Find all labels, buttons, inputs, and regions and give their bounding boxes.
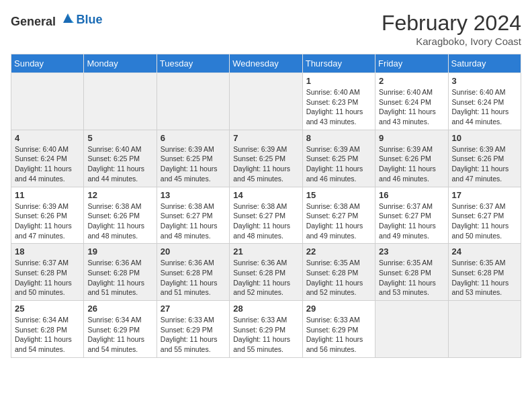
day-info: Sunrise: 6:36 AM Sunset: 6:28 PM Dayligh… (87, 258, 152, 298)
logo-icon (60, 11, 75, 26)
day-info: Sunrise: 6:40 AM Sunset: 6:25 PM Dayligh… (87, 144, 152, 184)
calendar-header-thursday: Thursday (302, 54, 375, 73)
day-number: 6 (161, 133, 226, 143)
calendar-week-row: 18Sunrise: 6:37 AM Sunset: 6:28 PM Dayli… (11, 244, 521, 301)
day-number: 27 (161, 304, 226, 314)
calendar-cell: 17Sunrise: 6:37 AM Sunset: 6:27 PM Dayli… (448, 187, 521, 244)
day-number: 13 (161, 190, 226, 200)
header: General Blue February 2024 Karagboko, Iv… (11, 11, 521, 47)
calendar-week-row: 11Sunrise: 6:39 AM Sunset: 6:26 PM Dayli… (11, 187, 521, 244)
day-info: Sunrise: 6:34 AM Sunset: 6:29 PM Dayligh… (87, 315, 152, 355)
calendar-header-saturday: Saturday (448, 54, 521, 73)
day-info: Sunrise: 6:36 AM Sunset: 6:28 PM Dayligh… (161, 258, 226, 298)
day-info: Sunrise: 6:40 AM Sunset: 6:23 PM Dayligh… (306, 87, 371, 127)
calendar-cell: 27Sunrise: 6:33 AM Sunset: 6:29 PM Dayli… (157, 301, 229, 358)
calendar-cell: 9Sunrise: 6:39 AM Sunset: 6:26 PM Daylig… (375, 130, 448, 187)
day-info: Sunrise: 6:38 AM Sunset: 6:27 PM Dayligh… (306, 201, 371, 241)
calendar-cell: 24Sunrise: 6:35 AM Sunset: 6:28 PM Dayli… (448, 244, 521, 301)
calendar-cell: 28Sunrise: 6:33 AM Sunset: 6:29 PM Dayli… (230, 301, 302, 358)
day-number: 1 (306, 76, 371, 86)
calendar-cell: 12Sunrise: 6:38 AM Sunset: 6:26 PM Dayli… (84, 187, 157, 244)
calendar-cell: 6Sunrise: 6:39 AM Sunset: 6:25 PM Daylig… (157, 130, 229, 187)
calendar-cell (11, 73, 84, 130)
day-number: 11 (15, 190, 80, 200)
day-number: 28 (233, 304, 298, 314)
day-number: 3 (452, 76, 517, 86)
calendar-cell: 1Sunrise: 6:40 AM Sunset: 6:23 PM Daylig… (302, 73, 375, 130)
calendar-cell (84, 73, 157, 130)
calendar-cell: 29Sunrise: 6:33 AM Sunset: 6:29 PM Dayli… (302, 301, 375, 358)
calendar-cell: 16Sunrise: 6:37 AM Sunset: 6:27 PM Dayli… (375, 187, 448, 244)
day-number: 21 (233, 246, 298, 257)
day-info: Sunrise: 6:33 AM Sunset: 6:29 PM Dayligh… (306, 315, 371, 355)
day-info: Sunrise: 6:40 AM Sunset: 6:24 PM Dayligh… (15, 144, 80, 184)
day-info: Sunrise: 6:35 AM Sunset: 6:28 PM Dayligh… (452, 258, 517, 298)
day-number: 26 (87, 304, 152, 314)
day-number: 4 (15, 133, 80, 143)
calendar-cell: 5Sunrise: 6:40 AM Sunset: 6:25 PM Daylig… (84, 130, 157, 187)
calendar-cell: 7Sunrise: 6:39 AM Sunset: 6:25 PM Daylig… (230, 130, 302, 187)
logo: General Blue (11, 11, 103, 29)
calendar-header-wednesday: Wednesday (230, 54, 302, 73)
calendar-cell: 22Sunrise: 6:35 AM Sunset: 6:28 PM Dayli… (302, 244, 375, 301)
calendar-cell: 3Sunrise: 6:40 AM Sunset: 6:24 PM Daylig… (448, 73, 521, 130)
calendar-cell: 15Sunrise: 6:38 AM Sunset: 6:27 PM Dayli… (302, 187, 375, 244)
calendar-cell: 20Sunrise: 6:36 AM Sunset: 6:28 PM Dayli… (157, 244, 229, 301)
calendar-cell: 26Sunrise: 6:34 AM Sunset: 6:29 PM Dayli… (84, 301, 157, 358)
day-number: 17 (452, 190, 517, 200)
day-info: Sunrise: 6:39 AM Sunset: 6:25 PM Dayligh… (306, 144, 371, 184)
day-info: Sunrise: 6:35 AM Sunset: 6:28 PM Dayligh… (306, 258, 371, 298)
day-info: Sunrise: 6:40 AM Sunset: 6:24 PM Dayligh… (379, 87, 444, 127)
calendar-cell: 23Sunrise: 6:35 AM Sunset: 6:28 PM Dayli… (375, 244, 448, 301)
calendar-week-row: 4Sunrise: 6:40 AM Sunset: 6:24 PM Daylig… (11, 130, 521, 187)
calendar-cell: 10Sunrise: 6:39 AM Sunset: 6:26 PM Dayli… (448, 130, 521, 187)
day-number: 2 (379, 76, 444, 86)
calendar-cell: 2Sunrise: 6:40 AM Sunset: 6:24 PM Daylig… (375, 73, 448, 130)
calendar-table: SundayMondayTuesdayWednesdayThursdayFrid… (11, 54, 521, 358)
day-info: Sunrise: 6:40 AM Sunset: 6:24 PM Dayligh… (452, 87, 517, 127)
title-area: February 2024 Karagboko, Ivory Coast (382, 11, 521, 47)
calendar-cell: 25Sunrise: 6:34 AM Sunset: 6:28 PM Dayli… (11, 301, 84, 358)
day-number: 24 (452, 246, 517, 257)
calendar-cell: 21Sunrise: 6:36 AM Sunset: 6:28 PM Dayli… (230, 244, 302, 301)
location-subtitle: Karagboko, Ivory Coast (382, 36, 521, 47)
day-number: 20 (161, 246, 226, 257)
day-number: 7 (233, 133, 298, 143)
calendar-cell (230, 73, 302, 130)
calendar-cell: 18Sunrise: 6:37 AM Sunset: 6:28 PM Dayli… (11, 244, 84, 301)
calendar-cell: 14Sunrise: 6:38 AM Sunset: 6:27 PM Dayli… (230, 187, 302, 244)
day-info: Sunrise: 6:36 AM Sunset: 6:28 PM Dayligh… (233, 258, 298, 298)
day-number: 12 (87, 190, 152, 200)
month-year-title: February 2024 (382, 11, 521, 36)
calendar-week-row: 1Sunrise: 6:40 AM Sunset: 6:23 PM Daylig… (11, 73, 521, 130)
day-number: 29 (306, 304, 371, 314)
day-info: Sunrise: 6:37 AM Sunset: 6:27 PM Dayligh… (452, 201, 517, 241)
day-number: 14 (233, 190, 298, 200)
day-info: Sunrise: 6:39 AM Sunset: 6:25 PM Dayligh… (161, 144, 226, 184)
day-number: 8 (306, 133, 371, 143)
day-number: 19 (87, 246, 152, 257)
calendar-cell: 19Sunrise: 6:36 AM Sunset: 6:28 PM Dayli… (84, 244, 157, 301)
day-number: 18 (15, 246, 80, 257)
day-info: Sunrise: 6:33 AM Sunset: 6:29 PM Dayligh… (233, 315, 298, 355)
day-info: Sunrise: 6:37 AM Sunset: 6:27 PM Dayligh… (379, 201, 444, 241)
day-info: Sunrise: 6:38 AM Sunset: 6:27 PM Dayligh… (233, 201, 298, 241)
day-info: Sunrise: 6:39 AM Sunset: 6:26 PM Dayligh… (15, 201, 80, 241)
logo-general: General (11, 15, 56, 28)
day-info: Sunrise: 6:39 AM Sunset: 6:26 PM Dayligh… (379, 144, 444, 184)
calendar-header-row: SundayMondayTuesdayWednesdayThursdayFrid… (11, 54, 521, 73)
day-info: Sunrise: 6:35 AM Sunset: 6:28 PM Dayligh… (379, 258, 444, 298)
calendar-week-row: 25Sunrise: 6:34 AM Sunset: 6:28 PM Dayli… (11, 301, 521, 358)
calendar-cell (375, 301, 448, 358)
day-number: 16 (379, 190, 444, 200)
day-info: Sunrise: 6:37 AM Sunset: 6:28 PM Dayligh… (15, 258, 80, 298)
day-number: 15 (306, 190, 371, 200)
day-number: 10 (452, 133, 517, 143)
day-info: Sunrise: 6:34 AM Sunset: 6:28 PM Dayligh… (15, 315, 80, 355)
calendar-cell: 4Sunrise: 6:40 AM Sunset: 6:24 PM Daylig… (11, 130, 84, 187)
calendar-cell (157, 73, 229, 130)
calendar-header-tuesday: Tuesday (157, 54, 229, 73)
day-number: 9 (379, 133, 444, 143)
day-info: Sunrise: 6:38 AM Sunset: 6:27 PM Dayligh… (161, 201, 226, 241)
calendar-cell: 8Sunrise: 6:39 AM Sunset: 6:25 PM Daylig… (302, 130, 375, 187)
